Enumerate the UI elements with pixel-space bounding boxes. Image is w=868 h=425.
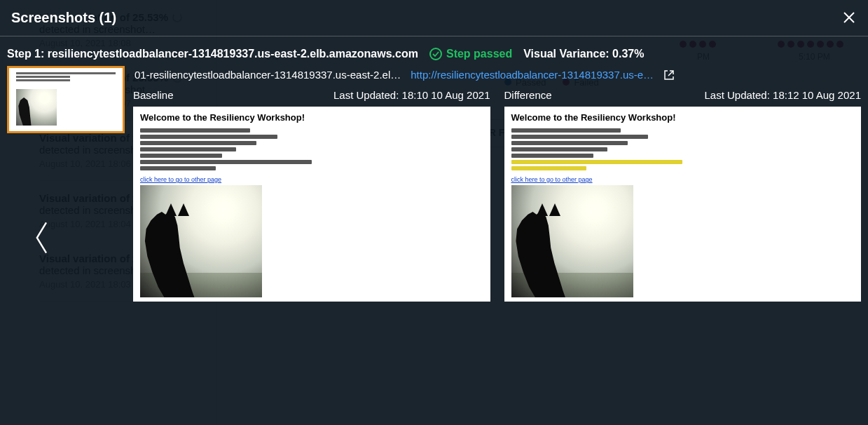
step-subheader: Step 1: resiliencytestloadbalancer-13148… <box>0 36 868 66</box>
modal-title: Screenshots (1) <box>11 10 116 26</box>
chevron-right-icon <box>816 221 836 255</box>
screenshot-modal: Screenshots (1) Step 1: resiliencytestlo… <box>0 0 868 425</box>
check-circle-icon <box>429 48 442 60</box>
visual-variance: Visual Variance: 0.37% <box>523 48 644 60</box>
difference-updated: Last Updated: 18:12 10 Aug 2021 <box>704 89 861 101</box>
metadata-block: click here to go to other page <box>140 126 483 184</box>
baseline-pane: Baseline Last Updated: 18:10 10 Aug 2021… <box>133 89 490 302</box>
difference-pane: Difference Last Updated: 18:12 10 Aug 20… <box>504 89 862 302</box>
status-text: Step passed <box>446 48 512 60</box>
close-button[interactable] <box>840 8 858 27</box>
page-heading: Welcome to the Resiliency Workshop! <box>511 112 676 123</box>
next-screenshot-button[interactable] <box>812 217 840 259</box>
step-label: Step 1: resiliencytestloadbalancer-13148… <box>7 48 418 60</box>
screenshot-thumbnail-selected[interactable] <box>7 66 125 133</box>
external-link-icon <box>663 69 675 81</box>
metadata-block: click here to go to other page <box>511 126 855 184</box>
difference-label: Difference <box>504 89 552 101</box>
baseline-image[interactable]: Welcome to the Resiliency Workshop! clic… <box>133 107 490 302</box>
chevron-left-icon <box>32 221 52 255</box>
thumbnail-column <box>7 66 126 302</box>
baseline-updated: Last Updated: 18:10 10 Aug 2021 <box>333 89 490 101</box>
prev-screenshot-button[interactable] <box>28 217 56 259</box>
page-heading: Welcome to the Resiliency Workshop! <box>140 112 305 123</box>
page-link: click here to go to other page <box>140 176 221 183</box>
step-status: Step passed <box>429 48 512 60</box>
close-icon <box>842 11 856 25</box>
screenshot-filename: 01-resiliencytestloadbalancer-1314819337… <box>135 69 401 81</box>
comparison-row: Baseline Last Updated: 18:10 10 Aug 2021… <box>133 89 861 302</box>
source-url-link[interactable]: http://resiliencytestloadbalancer-131481… <box>411 69 654 81</box>
thumbnail-preview <box>12 71 120 128</box>
file-url-row: 01-resiliencytestloadbalancer-1314819337… <box>135 69 861 81</box>
difference-image[interactable]: Welcome to the Resiliency Workshop! clic… <box>504 107 862 302</box>
baseline-label: Baseline <box>133 89 174 101</box>
page-link: click here to go to other page <box>511 176 593 183</box>
modal-header: Screenshots (1) <box>0 0 868 36</box>
